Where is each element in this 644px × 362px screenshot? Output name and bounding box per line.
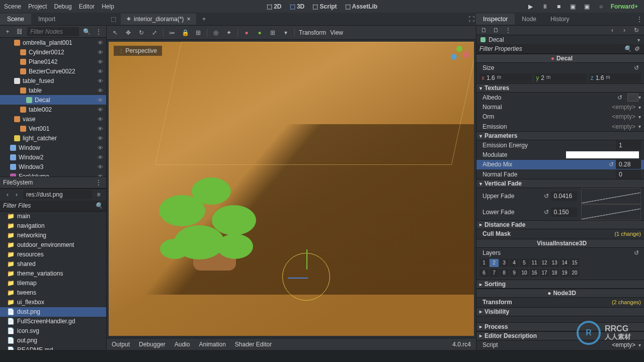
mode-script[interactable]: ⬚ Script [312, 3, 337, 10]
layer-bit[interactable]: 17 [540, 269, 549, 277]
texture-emission-row[interactable]: Emission<empty>▾ [476, 122, 644, 131]
visibility-icon[interactable]: 👁 [98, 59, 103, 65]
layer-bit[interactable]: 20 [570, 269, 579, 277]
menu-project[interactable]: Project [28, 3, 47, 10]
panel-shader-editor[interactable]: Shader Editor [235, 341, 272, 348]
scene-tree[interactable]: ombrella_plant001👁Cylinder0012👁Plane0142… [0, 38, 106, 176]
camera-icon[interactable]: ▾ [281, 28, 290, 37]
tree-node[interactable]: Vert001👁 [0, 124, 106, 133]
layer-bit[interactable]: 1 [479, 259, 489, 267]
link-node-icon[interactable]: ⛓ [15, 27, 24, 36]
layer-bit[interactable]: 12 [540, 259, 549, 267]
transform-gizmo[interactable] [282, 253, 330, 301]
section-distance-fade[interactable]: ▸Distance Fade [476, 220, 644, 229]
inspected-node-selector[interactable]: Decal ▾ [476, 35, 644, 44]
tab-scene[interactable]: Scene [0, 14, 31, 25]
visibility-icon[interactable]: 👁 [98, 40, 103, 46]
normal-fade-row[interactable]: Normal Fade0 [476, 169, 644, 179]
inspector-menu-icon[interactable]: ⋮ [504, 26, 513, 35]
play-scene-icon[interactable]: ▣ [569, 2, 578, 11]
prop-tools-icon[interactable]: ⚙ [632, 44, 641, 53]
tree-node[interactable]: Plane0142👁 [0, 57, 106, 66]
inspector-extra-icon[interactable]: 🗋 [492, 26, 501, 35]
tree-node[interactable]: light_catcher👁 [0, 133, 106, 143]
visibility-icon[interactable]: 👁 [98, 49, 103, 55]
layer-bit[interactable]: 7 [490, 269, 499, 277]
3d-viewport[interactable]: ⋮ Perspective [109, 42, 474, 336]
fs-item[interactable]: 📄FullScreenHandler.gd [0, 317, 106, 326]
tree-node[interactable]: BezierCurve0022👁 [0, 66, 106, 76]
panel-debugger[interactable]: Debugger [139, 341, 166, 348]
panel-output[interactable]: Output [112, 341, 130, 348]
layer-bit[interactable]: 11 [530, 259, 539, 267]
dock-menu-icon[interactable]: ⋮ [635, 15, 644, 24]
visibility-icon[interactable]: 👁 [98, 126, 103, 132]
fs-item[interactable]: 📄icon.svg [0, 326, 106, 336]
add-tab-icon[interactable]: + [199, 15, 208, 24]
fs-item[interactable]: 📄README.md [0, 345, 106, 350]
modulate-row[interactable]: Modulate [476, 150, 644, 159]
select-tool-icon[interactable]: ↖ [111, 28, 120, 37]
albedo-mix-reset-icon[interactable]: ↺ [607, 160, 616, 169]
filesystem-tree[interactable]: 📁main📁navigation📁networking📁outdoor_envi… [0, 212, 106, 350]
add-node-icon[interactable]: + [3, 27, 12, 36]
filter-nodes-input[interactable]: Filter Nodes [27, 27, 79, 36]
expand-icon[interactable]: ⛶ [467, 15, 476, 24]
fs-item[interactable]: 📁shared [0, 259, 106, 269]
tab-import[interactable]: Import [31, 14, 62, 25]
rotate-tool-icon[interactable]: ↻ [137, 28, 146, 37]
tree-node[interactable]: Window👁 [0, 143, 106, 152]
fs-item[interactable]: 📁outdoor_environment [0, 240, 106, 250]
scale-tool-icon[interactable]: ⤢ [150, 28, 159, 37]
lock-tool-icon[interactable]: 🔒 [181, 28, 190, 37]
texture-orm-row[interactable]: Orm<empty>▾ [476, 112, 644, 122]
emission-energy-row[interactable]: Emission Energy1 [476, 140, 644, 150]
menu-editor[interactable]: Editor [79, 3, 95, 10]
fs-item[interactable]: 📁tilemap [0, 279, 106, 288]
tree-node[interactable]: table👁 [0, 85, 106, 95]
layer-bit[interactable]: 6 [479, 269, 489, 277]
upper-fade-curve[interactable] [581, 188, 641, 204]
section-parameters[interactable]: ▾Parameters [476, 131, 644, 140]
layer-bit[interactable]: 10 [520, 269, 529, 277]
layer-bit[interactable]: 4 [510, 259, 519, 267]
fs-item[interactable]: 📁navigation [0, 221, 106, 231]
modulate-color-swatch[interactable] [566, 151, 639, 158]
tree-node[interactable]: Window3👁 [0, 162, 106, 171]
visibility-icon[interactable]: 👁 [98, 78, 103, 84]
snap-icon[interactable]: ⊞ [268, 28, 277, 37]
visibility-icon[interactable]: 👁 [98, 154, 103, 160]
inspector-back-icon[interactable]: ‹ [608, 26, 617, 35]
transform-section-row[interactable]: Transform(2 changes) [476, 298, 644, 307]
search-icon[interactable]: 🔍 [82, 27, 91, 36]
layer-bit[interactable]: 5 [520, 259, 529, 267]
menu-scene[interactable]: Scene [4, 3, 21, 10]
movie-icon[interactable]: ○ [597, 2, 606, 11]
mode-2d[interactable]: ⬚ 2D [267, 3, 282, 10]
filesystem-path-input[interactable]: res://dust.png [23, 190, 92, 199]
section-visibility[interactable]: ▸Visibility [476, 307, 644, 316]
tree-node[interactable]: Window2👁 [0, 152, 106, 162]
filter-files-input[interactable]: Filter Files 🔍 [0, 201, 106, 212]
filesystem-menu-icon[interactable]: ⋮ [94, 178, 103, 187]
layer-bit[interactable]: 13 [550, 259, 559, 267]
layer-bit[interactable]: 15 [570, 259, 579, 267]
upper-fade-row[interactable]: Upper Fade ↺ 0.0416 [476, 188, 644, 204]
layer-bit[interactable]: 3 [500, 259, 509, 267]
albedo-thumbnail[interactable] [627, 94, 638, 102]
layers-grid[interactable]: 1234511121314156789101617181920 [476, 257, 644, 280]
tree-node[interactable]: FogVolume👁 [0, 171, 106, 176]
tree-node[interactable]: Decal👁 [0, 95, 106, 105]
lower-fade-curve[interactable] [581, 204, 641, 220]
cull-mask-row[interactable]: Cull Mask(1 change) [476, 229, 644, 239]
tree-node[interactable]: table002👁 [0, 105, 106, 114]
group-tool-icon[interactable]: ⊞ [194, 28, 203, 37]
visibility-icon[interactable]: 👁 [98, 164, 103, 170]
section-textures[interactable]: ▾Textures [476, 83, 644, 93]
fs-search-icon[interactable]: 🔍 [94, 201, 103, 210]
inspector-fwd-icon[interactable]: › [620, 26, 629, 35]
size-vector-input[interactable]: x1.6m y2m z1.6m [476, 72, 644, 83]
inspector-history-icon[interactable]: ↻ [632, 26, 641, 35]
pause-icon[interactable]: ⏸ [540, 2, 549, 11]
visibility-icon[interactable]: 👁 [98, 107, 103, 113]
